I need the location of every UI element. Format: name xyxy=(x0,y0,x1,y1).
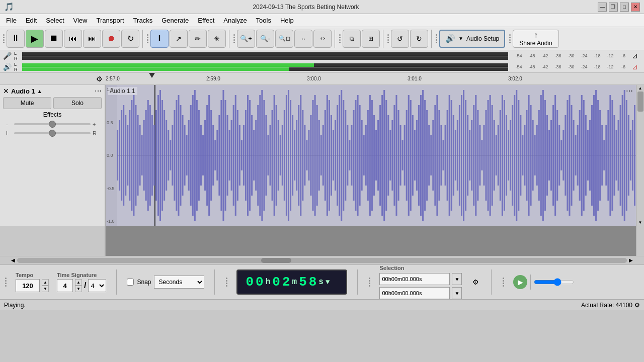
svg-rect-11 xyxy=(133,95,134,216)
playback-icon[interactable]: 🔊 xyxy=(2,63,12,71)
svg-rect-114 xyxy=(343,100,344,211)
audio-setup-label: Audio Setup xyxy=(466,35,499,42)
playback-meter-clamp[interactable]: ⊿ xyxy=(632,63,642,71)
vscroll-up[interactable]: ▲ xyxy=(638,86,642,90)
pause-button[interactable]: ⏸ xyxy=(7,30,25,48)
volume-slider[interactable] xyxy=(534,278,574,286)
menu-view[interactable]: View xyxy=(69,16,92,25)
ts-num-down[interactable]: ▼ xyxy=(75,286,82,292)
menu-select[interactable]: Select xyxy=(42,16,68,25)
track-close-button[interactable]: ✕ xyxy=(3,87,9,95)
zoom-full-button[interactable]: ⇔ xyxy=(313,30,332,48)
envelope-tool-button[interactable]: ↗ xyxy=(170,30,188,48)
close-button[interactable]: ✕ xyxy=(631,3,640,12)
waveform-area[interactable]: Audio 1.1 ⋯ 1.0 0.5 0.0 -0.5 -1.0 xyxy=(106,85,636,226)
hscroll-right-button[interactable]: ▶ xyxy=(627,256,635,264)
solo-button[interactable]: Solo xyxy=(53,97,102,109)
sel-start-input[interactable] xyxy=(379,273,450,285)
sel-start-dropdown[interactable]: ▼ xyxy=(452,273,462,285)
pan-left-label: L xyxy=(6,130,12,136)
vertical-scrollbar[interactable]: ▲ ▼ xyxy=(636,85,644,226)
clip-name-badge: Audio 1.1 xyxy=(108,87,137,95)
noise-tool-button[interactable]: ⊞ xyxy=(362,30,380,48)
svg-rect-178 xyxy=(473,105,474,206)
hscroll-track[interactable] xyxy=(17,258,627,263)
svg-rect-257 xyxy=(634,105,635,206)
menu-help[interactable]: Help xyxy=(276,16,298,25)
status-sep-2 xyxy=(214,269,215,295)
svg-rect-152 xyxy=(420,95,422,216)
time-display-dropdown[interactable]: ▼ xyxy=(326,278,331,286)
sel-end-dropdown[interactable]: ▼ xyxy=(452,287,462,299)
menu-analyze[interactable]: Analyze xyxy=(219,16,251,25)
zoom-in-button[interactable]: 🔍+ xyxy=(237,30,255,48)
svg-rect-131 xyxy=(377,120,379,191)
minimize-button[interactable]: — xyxy=(598,3,607,12)
ts-denominator-select[interactable]: 42816 xyxy=(88,279,106,292)
hscroll-left-button[interactable]: ◀ xyxy=(9,256,17,264)
tempo-up-button[interactable]: ▲ xyxy=(42,279,49,286)
sel-end-input[interactable] xyxy=(379,287,450,299)
menu-effect[interactable]: Effect xyxy=(194,16,218,25)
snap-checkbox[interactable] xyxy=(127,279,134,286)
audio-setup-button[interactable]: 🔊 ▼ Audio Setup xyxy=(439,30,505,48)
record-meter-clamp[interactable]: ⊿ xyxy=(632,52,642,60)
menu-file[interactable]: File xyxy=(2,16,21,25)
gain-slider[interactable] xyxy=(14,123,91,125)
vscroll-thumb[interactable] xyxy=(637,92,643,112)
undo-button[interactable]: ↺ xyxy=(391,30,409,48)
snap-unit-select[interactable]: Seconds Beats Bars Samples xyxy=(154,276,204,289)
zoom-sel-button[interactable]: 🔍◻ xyxy=(275,30,293,48)
menu-transport[interactable]: Transport xyxy=(92,16,128,25)
skip-forward-button[interactable]: ⏭ xyxy=(83,30,101,48)
vscroll-down[interactable]: ▼ xyxy=(638,220,642,225)
pan-slider-thumb[interactable] xyxy=(49,130,56,137)
loop-button[interactable]: ↻ xyxy=(121,30,139,48)
svg-rect-245 xyxy=(609,95,611,216)
multi-tool-button[interactable]: ✳ xyxy=(208,30,226,48)
maximize-button[interactable]: □ xyxy=(620,3,629,12)
menu-tools[interactable]: Tools xyxy=(252,16,275,25)
svg-rect-75 xyxy=(263,100,265,211)
svg-rect-103 xyxy=(320,135,322,175)
svg-rect-256 xyxy=(632,120,633,191)
selection-group: Selection ▼ ▼ xyxy=(379,265,462,299)
ts-numerator-input[interactable] xyxy=(57,279,73,292)
menu-edit[interactable]: Edit xyxy=(22,16,41,25)
svg-rect-250 xyxy=(620,105,621,206)
record-icon[interactable]: 🎤 xyxy=(2,52,12,60)
record-button[interactable]: ⏺ xyxy=(102,30,120,48)
track-options-button[interactable]: ⋯ xyxy=(626,87,633,95)
menu-tracks[interactable]: Tracks xyxy=(129,16,157,25)
mute-button[interactable]: Mute xyxy=(3,97,51,109)
ts-num-up[interactable]: ▲ xyxy=(75,279,82,286)
track-more-button[interactable]: ⋯ xyxy=(95,87,102,95)
svg-rect-106 xyxy=(327,95,328,216)
empty-area xyxy=(0,226,644,256)
redo-button[interactable]: ↻ xyxy=(410,30,428,48)
draw-tool-button[interactable]: ✏ xyxy=(189,30,207,48)
clip-tool-button[interactable]: ⧉ xyxy=(343,30,361,48)
zoom-fit-button[interactable]: ↔ xyxy=(294,30,312,48)
restore-button[interactable]: ❐ xyxy=(609,3,618,12)
play-selection-button[interactable]: ▶ xyxy=(513,275,527,289)
stop-button[interactable]: ⏹ xyxy=(45,30,63,48)
rate-settings-icon[interactable]: ⚙ xyxy=(634,302,640,309)
menu-generate[interactable]: Generate xyxy=(157,16,193,25)
time-display[interactable]: 0 0 h 0 2 m 5 8 s ▼ xyxy=(236,269,347,295)
selection-settings-button[interactable]: ⚙ xyxy=(470,277,481,288)
track-collapse-button[interactable]: ▲ xyxy=(37,88,42,94)
svg-rect-146 xyxy=(408,95,410,216)
select-tool-button[interactable]: I xyxy=(150,30,169,48)
gain-slider-thumb[interactable] xyxy=(49,121,56,128)
tempo-input[interactable] xyxy=(16,279,40,292)
ruler-settings-button[interactable]: ⚙ xyxy=(94,73,105,84)
pan-slider[interactable] xyxy=(14,132,91,134)
hscroll-thumb[interactable] xyxy=(261,258,291,263)
tempo-down-button[interactable]: ▼ xyxy=(42,286,49,292)
zoom-out-button[interactable]: 🔍- xyxy=(256,30,274,48)
svg-rect-76 xyxy=(265,115,267,196)
play-button[interactable]: ▶ xyxy=(26,30,44,48)
skip-back-button[interactable]: ⏮ xyxy=(64,30,82,48)
share-audio-button[interactable]: ↑ Share Audio xyxy=(513,30,558,48)
